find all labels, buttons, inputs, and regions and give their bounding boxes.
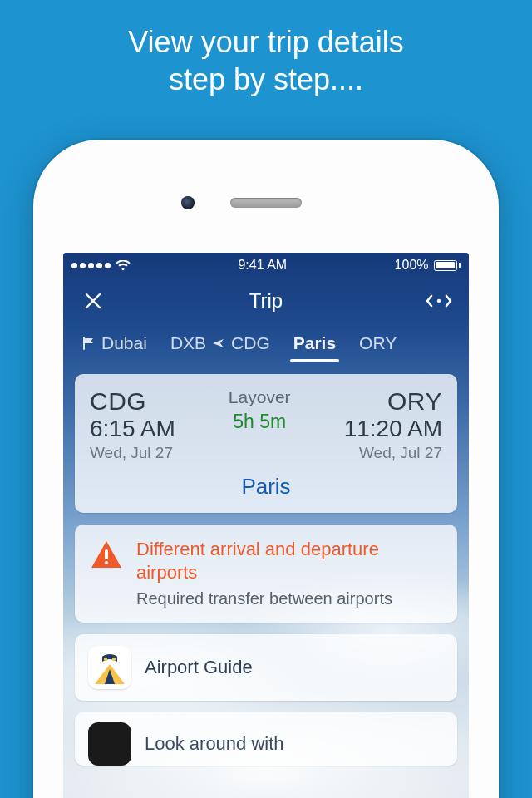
tab-label: ORY: [359, 333, 397, 353]
airport-guide-label: Airport Guide: [145, 657, 253, 678]
phone-screen: 9:41 AM 100% Trip: [63, 253, 469, 798]
tab-dubai[interactable]: Dubai: [70, 328, 159, 362]
airport-transfer-warning-card[interactable]: Different arrival and departure airports…: [75, 525, 457, 623]
phone-camera: [181, 196, 195, 209]
expand-icon: [425, 293, 453, 309]
signal-strength-icon: [71, 263, 111, 268]
flag-icon: [81, 336, 96, 351]
airport-guide-app-icon: [88, 646, 131, 689]
layover-city: Paris: [90, 474, 442, 500]
warning-subtitle: Required transfer between airports: [136, 589, 442, 609]
promo-line-2: step by step....: [169, 62, 363, 96]
look-around-app-icon: [88, 722, 131, 766]
look-around-card[interactable]: Look around with: [75, 712, 457, 766]
tab-label: Paris: [293, 333, 336, 353]
warning-title: Different arrival and departure airports: [136, 538, 442, 584]
look-around-label: Look around with: [145, 733, 284, 755]
depart-airport-code: ORY: [387, 387, 442, 416]
tab-from: DXB: [170, 333, 206, 353]
status-bar: 9:41 AM 100%: [63, 253, 469, 278]
layover-card[interactable]: CDG 6:15 AM Wed, Jul 27 Layover 5h 5m OR…: [75, 374, 457, 513]
close-button[interactable]: [76, 284, 110, 318]
promo-heading: View your trip details step by step....: [0, 0, 532, 98]
arrive-time: 6:15 AM: [90, 416, 175, 442]
nav-title: Trip: [249, 289, 283, 313]
close-icon: [84, 292, 102, 310]
status-time: 9:41 AM: [238, 258, 287, 273]
airport-guide-card[interactable]: Airport Guide: [75, 634, 457, 701]
battery-percentage: 100%: [395, 258, 429, 273]
phone-mockup: 9:41 AM 100% Trip: [33, 140, 499, 798]
depart-date: Wed, Jul 27: [359, 444, 442, 462]
nav-bar: Trip: [63, 278, 469, 324]
svg-point-4: [104, 658, 107, 661]
promo-line-1: View your trip details: [128, 25, 404, 59]
svg-point-5: [112, 658, 116, 661]
arrive-date: Wed, Jul 27: [90, 444, 175, 462]
trip-scroll[interactable]: CDG 6:15 AM Wed, Jul 27 Layover 5h 5m OR…: [63, 362, 469, 798]
tab-paris[interactable]: Paris: [282, 328, 347, 362]
trip-tabs: Dubai DXB CDG Paris ORY: [63, 324, 469, 362]
svg-rect-2: [105, 561, 108, 564]
layover-duration: 5h 5m: [233, 411, 286, 433]
svg-point-0: [437, 299, 441, 303]
layover-label: Layover: [229, 387, 291, 407]
tab-flight-dxb-cdg[interactable]: DXB CDG: [159, 328, 282, 362]
wifi-icon: [116, 260, 131, 271]
plane-icon: [211, 336, 226, 351]
depart-time: 11:20 AM: [344, 416, 442, 442]
tab-ory[interactable]: ORY: [347, 328, 408, 362]
battery-icon: [434, 260, 461, 271]
svg-rect-1: [105, 549, 108, 559]
phone-speaker: [230, 198, 302, 208]
warning-icon: [90, 539, 123, 573]
tab-label: Dubai: [101, 333, 147, 353]
expand-button[interactable]: [422, 284, 456, 318]
arrive-airport-code: CDG: [90, 387, 175, 416]
tab-to: CDG: [231, 333, 270, 353]
